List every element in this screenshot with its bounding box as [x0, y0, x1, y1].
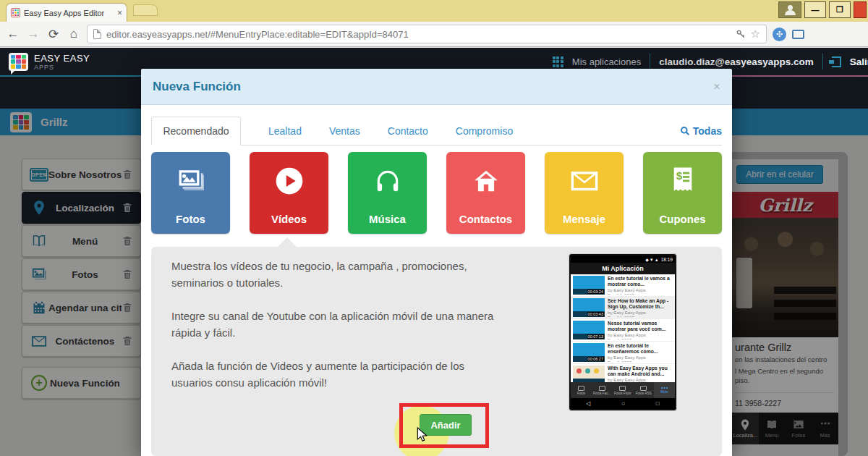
user-email[interactable]: claudio.diaz@easyeasyapps.com	[659, 56, 814, 67]
photos-icon	[151, 165, 230, 197]
forward-button[interactable]: →	[26, 27, 41, 41]
tile-musica[interactable]: Música	[348, 152, 427, 234]
android-recents-icon: □	[656, 400, 660, 407]
new-tab-button[interactable]	[133, 4, 158, 16]
headphones-icon	[348, 165, 427, 197]
back-button[interactable]: ←	[6, 27, 20, 41]
tab-close-icon[interactable]: ×	[117, 8, 122, 18]
window-maximize-button[interactable]: ❒	[829, 1, 851, 18]
demo-tab-fotos-fac: Fotos Fac...	[592, 382, 613, 398]
browser-tabstrip: Easy Easy Apps Editor × — ❒	[0, 0, 868, 22]
brand-sub: APPS	[34, 64, 90, 71]
profile-avatar-button[interactable]	[778, 1, 801, 18]
window-close-button[interactable]	[854, 1, 867, 18]
new-function-modal: Nueva Función × Recomendado Lealtad Vent…	[141, 69, 732, 456]
extension-screenshot-icon[interactable]	[792, 30, 804, 39]
video-list-item: 00:03:24 En este tutorial le vamos a mos…	[571, 274, 675, 297]
demo-tab-fotos-flickr: Fotos Flickr	[613, 382, 634, 398]
tile-videos[interactable]: Vídeos	[250, 152, 328, 234]
video-list-item: 00:06:27 En este tutorial te enseñaremos…	[571, 342, 675, 364]
logout-icon	[832, 56, 841, 67]
page-icon	[93, 29, 101, 39]
demo-app-title: Mi Aplicación	[571, 263, 675, 274]
video-list-item: 00:07:13 Nesse tutorial vamos mostrar pa…	[571, 319, 675, 342]
window-minimize-button[interactable]: —	[804, 1, 826, 18]
demo-tab-bar: Fotos Fotos Fac... Fotos Flickr Fotos RS…	[571, 382, 675, 398]
selected-tile-pointer	[278, 237, 297, 247]
refresh-button[interactable]: ⟳	[46, 27, 61, 42]
svg-text:$: $	[676, 169, 682, 182]
search-all-link[interactable]: Todas	[680, 125, 722, 137]
tab-title: Easy Easy Apps Editor	[24, 9, 114, 17]
status-time: 18:19	[661, 257, 673, 262]
feature-tiles: Fotos Vídeos Música Contactos	[151, 152, 722, 234]
android-back-icon: ◁	[586, 400, 590, 407]
tab-contacto[interactable]: Contacto	[388, 125, 428, 137]
modal-tabs: Recomendado Lealtad Ventas Contacto Comp…	[151, 117, 722, 145]
tab-recomendado[interactable]: Recomendado	[151, 117, 241, 145]
video-thumbnail: 00:03:43	[573, 298, 605, 317]
description-paragraph: Añada la función de Videos y aumente la …	[171, 358, 504, 391]
tab-ventas[interactable]: Ventas	[329, 125, 360, 137]
url-text[interactable]: editor.easyeasyapps.net/#MenuEntryPlace:…	[106, 29, 731, 40]
bookmark-star-icon[interactable]: ☆	[751, 28, 760, 41]
mouse-cursor-icon	[415, 426, 430, 444]
status-icons: ◆▼▲	[645, 257, 660, 262]
search-icon	[680, 126, 690, 136]
envelope-icon	[545, 165, 624, 197]
coupon-receipt-icon: $	[643, 165, 722, 197]
tab-lealtad[interactable]: Lealtad	[268, 125, 302, 137]
password-key-icon[interactable]	[736, 29, 746, 39]
tile-cupones[interactable]: $ Cupones	[643, 152, 722, 234]
demo-status-bar: ◆▼▲ 18:19	[571, 256, 675, 263]
home-button[interactable]: ⌂	[67, 27, 81, 41]
tab-compromiso[interactable]: Compromiso	[456, 125, 513, 137]
tile-contactos[interactable]: Contactos	[446, 152, 525, 234]
apps-grid-icon[interactable]	[553, 56, 563, 67]
divider	[822, 54, 823, 69]
demo-video-list: 00:03:24 En este tutorial le vamos a mos…	[571, 274, 675, 382]
video-list-item: With Easy Easy Apps you can make Android…	[571, 364, 675, 382]
site-favicon-icon	[11, 8, 20, 17]
extension-clover-icon[interactable]: ✣	[773, 28, 786, 41]
video-thumbnail: 00:07:13	[573, 321, 605, 339]
video-thumbnail: 00:06:27	[573, 343, 605, 362]
home-icon	[446, 165, 525, 197]
video-list-item: 00:03:43 See How to Make an App - Sign U…	[571, 297, 675, 319]
modal-title: Nueva Función	[153, 80, 241, 94]
feature-demo-phone: ◆▼▲ 18:19 Mi Aplicación 00:03:24 En este…	[569, 253, 677, 411]
modal-close-icon[interactable]: ×	[713, 80, 720, 93]
brand: EASY EASY APPS	[0, 53, 90, 71]
feature-description-panel: Muestra los vídeos de tu negocio, la cam…	[151, 247, 722, 456]
annotation-red-box	[399, 403, 489, 448]
demo-android-nav: ◁ ○ □	[571, 398, 675, 409]
tile-fotos[interactable]: Fotos	[151, 152, 230, 234]
divider	[650, 54, 650, 69]
modal-header: Nueva Función ×	[141, 69, 732, 105]
description-paragraph: Muestra los vídeos de tu negocio, la cam…	[171, 258, 504, 291]
demo-tab-fotos-rss: Fotos RSS	[633, 382, 654, 398]
address-bar[interactable]: editor.easyeasyapps.net/#MenuEntryPlace:…	[87, 25, 767, 43]
description-paragraph: Integre su canal de Youtube con la aplic…	[171, 308, 504, 341]
logout-link[interactable]: Salir	[850, 56, 868, 67]
add-action-area: Añadir	[399, 403, 489, 448]
demo-tab-more: •••More	[654, 382, 675, 398]
video-thumbnail: 00:03:24	[573, 276, 605, 295]
tile-mensaje[interactable]: Mensaje	[545, 152, 624, 234]
video-thumbnail	[573, 366, 605, 382]
brand-name: EASY EASY	[34, 53, 90, 64]
screen: Easy Easy Apps Editor × — ❒ ← → ⟳ ⌂ edit…	[0, 0, 868, 456]
browser-tab[interactable]: Easy Easy Apps Editor ×	[6, 3, 127, 22]
my-applications-link[interactable]: Mis aplicaciones	[572, 56, 641, 67]
easyeasyapps-logo-icon	[9, 53, 28, 71]
browser-toolbar: ← → ⟳ ⌂ editor.easyeasyapps.net/#MenuEnt…	[0, 22, 868, 47]
android-home-icon: ○	[621, 400, 625, 407]
play-circle-icon	[250, 165, 328, 197]
demo-tab-fotos: Fotos	[571, 382, 592, 398]
